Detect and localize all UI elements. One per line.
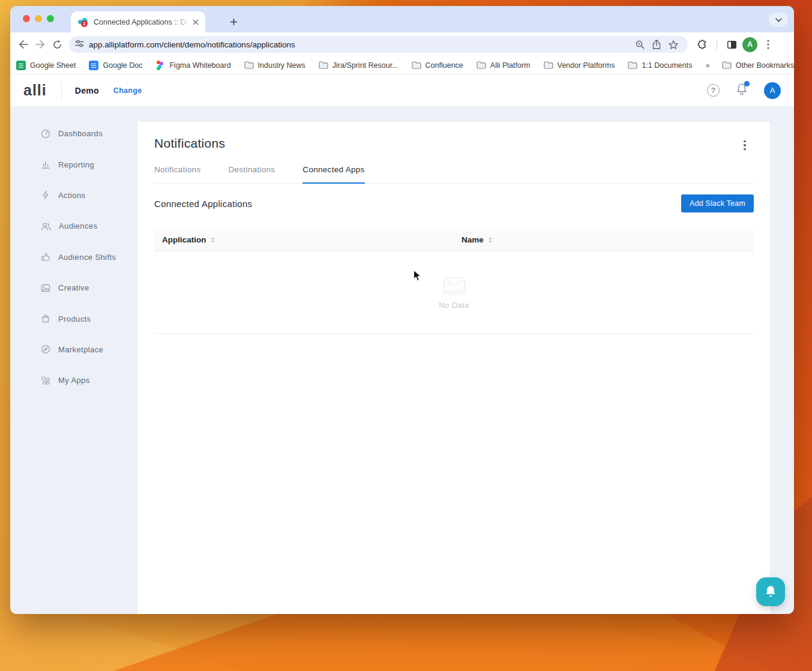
- figma-icon: [157, 61, 164, 70]
- app-body: Dashboards Reporting Actions Audiences: [10, 106, 794, 614]
- bookmark-folder-alli-platform[interactable]: Alli Platform: [477, 61, 531, 70]
- favicon-notification-badge: 1: [81, 20, 88, 27]
- url-text[interactable]: app.alliplatform.com/client/demo/notific…: [89, 40, 631, 49]
- column-application[interactable]: Application: [154, 235, 462, 244]
- bookmark-folder-confluence[interactable]: Confluence: [412, 61, 463, 70]
- sort-icon[interactable]: [489, 237, 492, 243]
- section-title: Connected Applications: [154, 199, 252, 209]
- apps-icon: [41, 376, 50, 385]
- other-bookmarks-folder[interactable]: Other Bookmarks: [722, 61, 794, 70]
- sidebar-item-marketplace[interactable]: Marketplace: [10, 334, 138, 365]
- compass-icon: [41, 345, 50, 354]
- share-icon[interactable]: [648, 36, 665, 53]
- bookmark-folder-industry-news[interactable]: Industry News: [244, 61, 305, 70]
- browser-window: 1 Connected Applications :: De: [10, 6, 794, 614]
- side-panel-icon[interactable]: [723, 36, 740, 53]
- empty-state: No Data: [154, 251, 754, 334]
- tabs: Notifications Destinations Connected App…: [154, 165, 754, 184]
- folder-icon: [722, 61, 732, 69]
- table-header: Application Name: [154, 229, 754, 251]
- zoom-icon[interactable]: [631, 36, 648, 53]
- sidebar: Dashboards Reporting Actions Audiences: [10, 106, 138, 614]
- bookmark-folder-vendor-platforms[interactable]: Vendor Platforms: [544, 61, 615, 70]
- alli-app-page: alli Demo Change ? A: [10, 74, 794, 614]
- bookmark-google-doc[interactable]: Google Doc: [89, 61, 142, 70]
- sidebar-item-dashboards[interactable]: Dashboards: [10, 118, 138, 149]
- minimize-window-button[interactable]: [35, 15, 42, 22]
- image-icon: [41, 283, 50, 293]
- bookmark-folder-jira-sprint[interactable]: Jira/Sprint Resour...: [319, 61, 398, 70]
- card-menu-icon[interactable]: [739, 139, 750, 152]
- google-docs-icon: [89, 61, 98, 70]
- sort-icon[interactable]: [211, 237, 215, 243]
- folder-icon: [412, 61, 421, 69]
- notifications-card: Notifications Notifications Destinations…: [138, 122, 770, 614]
- bookmarks-bar: Google Sheet Google Doc Figma Whiteboard…: [10, 56, 794, 74]
- alli-favicon: 1: [78, 17, 89, 27]
- chat-widget-button[interactable]: [756, 577, 785, 606]
- alli-logo[interactable]: alli: [23, 82, 47, 99]
- header-divider: [61, 82, 62, 100]
- new-tab-button[interactable]: [225, 13, 242, 30]
- folder-icon: [244, 61, 254, 69]
- forward-icon[interactable]: [32, 36, 49, 53]
- browser-tab-strip: 1 Connected Applications :: De: [10, 6, 794, 32]
- sidebar-item-audience-shifts[interactable]: Audience Shifts: [10, 242, 138, 272]
- lightning-icon: [41, 190, 50, 200]
- desktop: 1 Connected Applications :: De: [0, 0, 812, 671]
- bookmarks-overflow-icon[interactable]: »: [705, 61, 709, 70]
- tab-close-icon[interactable]: [191, 17, 200, 27]
- help-icon[interactable]: ?: [707, 84, 720, 97]
- bookmark-folder-11-documents[interactable]: 1:1 Documents: [628, 61, 692, 70]
- close-window-button[interactable]: [23, 15, 30, 22]
- sidebar-item-creative[interactable]: Creative: [10, 272, 138, 303]
- sidebar-item-audiences[interactable]: Audiences: [10, 211, 138, 241]
- change-client-link[interactable]: Change: [113, 86, 142, 95]
- window-controls: [23, 15, 54, 22]
- client-name: Demo: [75, 86, 99, 95]
- column-name[interactable]: Name: [462, 235, 492, 244]
- site-settings-icon[interactable]: [75, 39, 84, 50]
- sidebar-item-reporting[interactable]: Reporting: [10, 149, 138, 179]
- bookmark-google-sheet[interactable]: Google Sheet: [16, 61, 76, 70]
- browser-profile-avatar[interactable]: A: [742, 37, 757, 52]
- folder-icon: [319, 61, 328, 69]
- bar-chart-icon: [41, 160, 50, 169]
- back-icon[interactable]: [15, 36, 32, 53]
- empty-inbox-icon: [439, 275, 469, 296]
- page-title: Notifications: [154, 122, 754, 151]
- browser-tab[interactable]: 1 Connected Applications :: De: [71, 11, 205, 32]
- tab-connected-apps[interactable]: Connected Apps: [302, 165, 364, 183]
- address-bar[interactable]: app.alliplatform.com/client/demo/notific…: [69, 36, 688, 53]
- folder-icon: [628, 61, 637, 69]
- toolbar-separator: [717, 39, 717, 50]
- dashboard-icon: [41, 129, 50, 139]
- reload-icon[interactable]: [49, 36, 65, 53]
- people-icon: [41, 221, 51, 231]
- bag-icon: [41, 314, 50, 323]
- tab-title: Connected Applications :: De: [94, 18, 191, 26]
- extensions-icon[interactable]: [694, 36, 711, 53]
- bell-filled-icon: [764, 585, 777, 599]
- folder-icon: [544, 61, 553, 69]
- google-sheets-icon: [16, 61, 26, 70]
- add-slack-team-button[interactable]: Add Slack Team: [681, 194, 754, 212]
- sidebar-item-actions[interactable]: Actions: [10, 180, 138, 211]
- sidebar-item-my-apps[interactable]: My Apps: [10, 365, 138, 396]
- tab-search-button[interactable]: [769, 13, 788, 27]
- toolbar-actions: A: [694, 36, 777, 53]
- no-data-text: No Data: [439, 301, 469, 310]
- notifications-bell[interactable]: [736, 83, 748, 98]
- browser-toolbar: app.alliplatform.com/client/demo/notific…: [10, 32, 794, 56]
- browser-menu-icon[interactable]: [760, 36, 777, 53]
- fullscreen-window-button[interactable]: [47, 15, 54, 22]
- bookmark-figma-whiteboard[interactable]: Figma Whiteboard: [155, 61, 230, 70]
- tab-notifications[interactable]: Notifications: [154, 165, 200, 183]
- sidebar-item-products[interactable]: Products: [10, 303, 138, 334]
- thumbs-up-icon: [41, 252, 50, 262]
- bookmark-star-icon[interactable]: [665, 36, 682, 53]
- user-avatar[interactable]: A: [764, 82, 781, 99]
- folder-icon: [477, 61, 486, 69]
- unread-indicator: [744, 81, 750, 86]
- tab-destinations[interactable]: Destinations: [228, 165, 275, 183]
